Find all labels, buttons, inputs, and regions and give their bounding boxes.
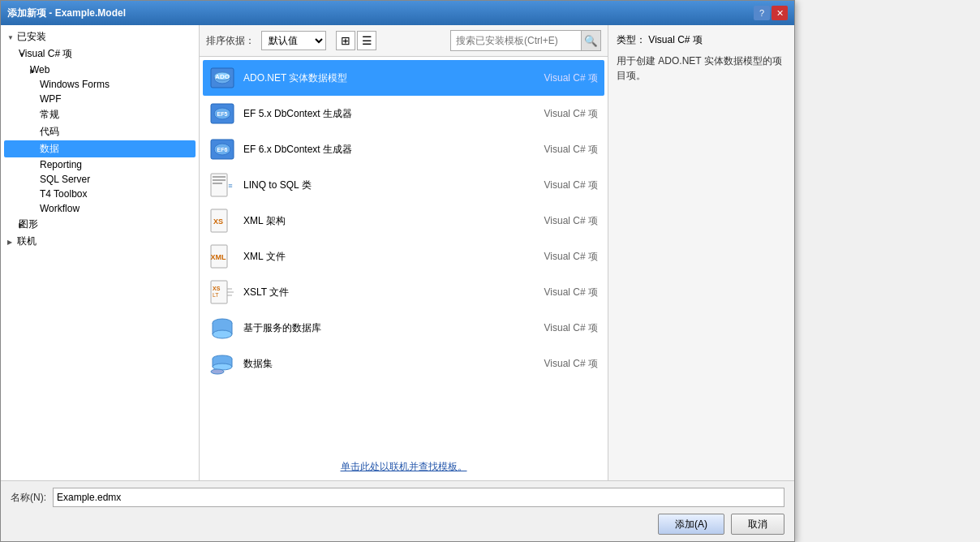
template-category: Visual C# 项: [528, 107, 598, 121]
template-category: Visual C# 项: [528, 71, 598, 85]
ef5-icon: EF5: [209, 101, 235, 127]
dialog-body: 已安装 Visual C# 项 Web Windows Forms WPF: [1, 25, 794, 480]
search-box: 🔍: [450, 30, 601, 51]
template-name: EF 5.x DbContext 生成器: [243, 107, 528, 121]
view-toggle: ⊞ ☰: [336, 31, 376, 50]
category-tree: 已安装 Visual C# 项 Web Windows Forms WPF: [1, 25, 200, 480]
svg-text:≡: ≡: [228, 182, 232, 190]
tree-item-data[interactable]: 数据: [4, 140, 196, 157]
template-item-ado[interactable]: ADO ADO.NET 实体数据模型 Visual C# 项: [203, 60, 604, 96]
template-item-xml-schema[interactable]: XS XML 架构 Visual C# 项: [203, 203, 604, 239]
tree-item-windows-forms[interactable]: Windows Forms: [4, 77, 196, 92]
list-view-button[interactable]: ☰: [357, 31, 376, 50]
tree-item-sql-server[interactable]: SQL Server: [4, 172, 196, 187]
template-category: Visual C# 项: [528, 321, 598, 335]
svg-rect-13: [213, 183, 222, 184]
expand-arrow: [7, 237, 17, 246]
close-button[interactable]: ✕: [772, 6, 788, 20]
tree-item-reporting[interactable]: Reporting: [4, 157, 196, 172]
svg-text:LT: LT: [213, 292, 219, 298]
tree-label: 联机: [17, 234, 37, 248]
info-description: 用于创建 ADO.NET 实体数据模型的项目项。: [617, 54, 786, 83]
template-category: Visual C# 项: [528, 286, 598, 299]
add-new-item-dialog: 添加新项 - Example.Model ? ✕ 已安装 Visual C# 项: [0, 0, 795, 542]
expand-arrow: [7, 49, 19, 58]
dialog-title-bar: 添加新项 - Example.Model ? ✕: [1, 1, 794, 25]
xml-file-icon: XML: [209, 243, 235, 269]
tree-label: Windows Forms: [7, 79, 110, 90]
svg-text:EF6: EF6: [217, 147, 228, 153]
svg-rect-12: [213, 179, 226, 181]
tree-label: 代码: [7, 125, 59, 139]
ado-icon: ADO: [209, 65, 235, 91]
tree-label: Visual C# 项: [19, 47, 72, 61]
tree-item-graphics[interactable]: 图形: [4, 216, 196, 233]
tree-label: T4 Toolbox: [7, 188, 87, 200]
search-input[interactable]: [451, 33, 581, 48]
template-item-ef5[interactable]: EF5 EF 5.x DbContext 生成器 Visual C# 项: [203, 96, 604, 131]
cancel-button[interactable]: 取消: [731, 514, 784, 535]
add-button[interactable]: 添加(A): [658, 514, 724, 535]
info-type: 类型： Visual C# 项: [617, 33, 786, 47]
svg-point-35: [211, 369, 224, 374]
template-center-panel: 排序依据： 默认值 ⊞ ☰ 🔍: [200, 25, 608, 480]
tree-label: Workflow: [7, 203, 80, 214]
tree-label: 已安装: [17, 30, 46, 44]
name-input[interactable]: [53, 488, 784, 507]
linq-icon: ≡: [209, 172, 235, 198]
name-row: 名称(N):: [11, 488, 784, 507]
template-category: Visual C# 项: [528, 214, 598, 228]
svg-text:EF5: EF5: [217, 111, 228, 117]
tree-item-workflow[interactable]: Workflow: [4, 201, 196, 216]
tree-item-visual-csharp[interactable]: Visual C# 项: [4, 45, 196, 62]
svg-text:XS: XS: [213, 217, 223, 226]
online-template-link[interactable]: 单击此处以联机并查找模板。: [341, 461, 467, 472]
template-category: Visual C# 项: [528, 250, 598, 264]
template-category: Visual C# 项: [528, 357, 598, 371]
tree-label: SQL Server: [7, 174, 90, 185]
help-button[interactable]: ?: [754, 6, 770, 20]
template-name: XSLT 文件: [243, 286, 528, 299]
tree-label: 数据: [7, 142, 59, 156]
svg-text:XML: XML: [211, 253, 227, 261]
template-category: Visual C# 项: [528, 179, 598, 192]
sort-label: 排序依据：: [206, 34, 255, 48]
tree-item-normal[interactable]: 常规: [4, 106, 196, 123]
tree-item-online[interactable]: 联机: [4, 233, 196, 250]
template-item-xslt[interactable]: XS LT XSLT 文件 Visual C# 项: [203, 274, 604, 310]
template-name: XML 架构: [243, 214, 528, 228]
tree-item-web[interactable]: Web: [4, 62, 196, 77]
dataset-icon: [209, 351, 235, 376]
template-name: LINQ to SQL 类: [243, 179, 528, 192]
title-buttons: ? ✕: [754, 6, 788, 20]
dialog-title: 添加新项 - Example.Model: [7, 6, 126, 20]
template-item-xml-file[interactable]: XML XML 文件 Visual C# 项: [203, 239, 604, 274]
info-panel: 类型： Visual C# 项 用于创建 ADO.NET 实体数据模型的项目项。: [608, 25, 794, 480]
tree-item-wpf[interactable]: WPF: [4, 92, 196, 106]
tree-label: 常规: [7, 108, 59, 122]
info-type-label: 类型：: [617, 34, 646, 45]
template-item-linq[interactable]: ≡ LINQ to SQL 类 Visual C# 项: [203, 167, 604, 203]
tree-item-t4-toolbox[interactable]: T4 Toolbox: [4, 187, 196, 201]
template-name: 基于服务的数据库: [243, 321, 528, 335]
dialog-bottom-bar: 名称(N): 添加(A) 取消: [1, 480, 794, 541]
xml-schema-icon: XS: [209, 208, 235, 234]
template-name: ADO.NET 实体数据模型: [243, 71, 528, 85]
tree-label: 图形: [19, 217, 38, 231]
service-db-icon: [209, 315, 235, 341]
template-item-dataset[interactable]: 数据集 Visual C# 项: [203, 346, 604, 381]
online-link-area: 单击此处以联机并查找模板。: [200, 454, 608, 480]
tree-item-code[interactable]: 代码: [4, 123, 196, 140]
tree-item-installed[interactable]: 已安装: [4, 28, 196, 45]
xslt-icon: XS LT: [209, 279, 235, 305]
svg-rect-11: [213, 176, 226, 178]
template-category: Visual C# 项: [528, 143, 598, 157]
svg-point-27: [213, 330, 232, 338]
grid-view-button[interactable]: ⊞: [336, 31, 355, 50]
search-button[interactable]: 🔍: [581, 31, 600, 50]
expand-arrow: [7, 32, 17, 41]
template-name: XML 文件: [243, 250, 528, 264]
sort-select[interactable]: 默认值: [261, 31, 326, 50]
template-item-ef6[interactable]: EF6 EF 6.x DbContext 生成器 Visual C# 项: [203, 131, 604, 167]
template-item-service-db[interactable]: 基于服务的数据库 Visual C# 项: [203, 310, 604, 346]
